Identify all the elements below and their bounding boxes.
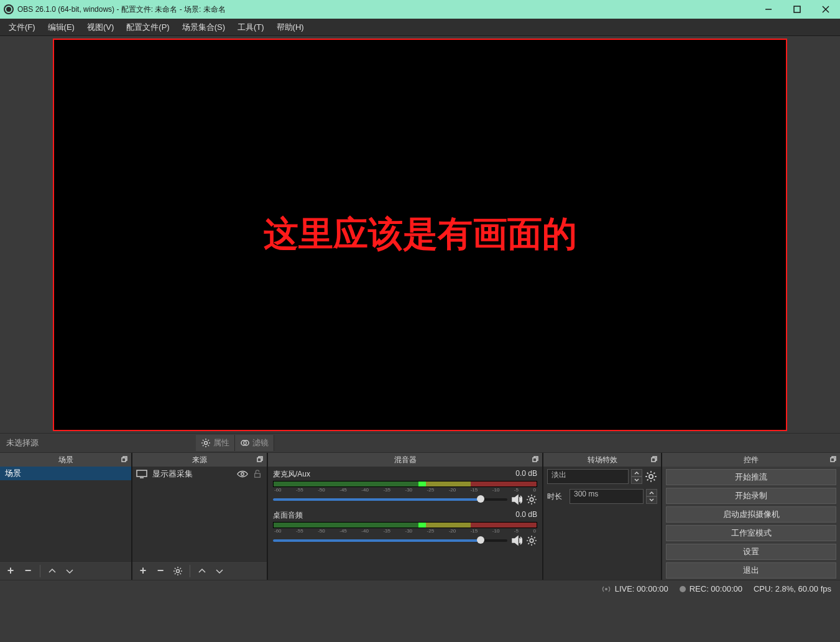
maximize-button[interactable] [783, 0, 811, 19]
menu-file[interactable]: 文件(F) [2, 19, 42, 35]
move-scene-down-button[interactable] [62, 564, 78, 579]
mixer-title: 混音器 [394, 455, 417, 465]
speaker-icon[interactable] [511, 494, 522, 505]
gear-icon[interactable] [645, 470, 657, 483]
close-button[interactable] [811, 0, 840, 19]
gear-icon[interactable] [526, 535, 537, 546]
scenes-title: 场景 [58, 455, 73, 465]
svg-rect-19 [831, 458, 834, 462]
source-properties-button[interactable] [170, 564, 186, 579]
scenes-dock: 场景 场景 + − [0, 453, 131, 580]
popout-icon[interactable] [256, 455, 264, 463]
svg-rect-1 [794, 6, 800, 12]
meter-ticks: -60-55-50-45-40-35-30-25-20-15-10-50 [273, 487, 537, 493]
exit-button[interactable]: 退出 [666, 562, 836, 579]
source-item[interactable]: 显示器采集 [132, 467, 267, 482]
menu-scene-collection[interactable]: 场景集合(S) [176, 19, 231, 35]
remove-scene-button[interactable]: − [20, 564, 36, 579]
menu-view[interactable]: 视图(V) [81, 19, 120, 35]
sources-dock-header[interactable]: 来源 [132, 453, 267, 467]
gear-icon[interactable] [526, 494, 537, 505]
cpu-status: CPU: 2.8%, 60.00 fps [754, 584, 831, 593]
duration-input[interactable]: 300 ms [570, 489, 644, 504]
scenes-dock-header[interactable]: 场景 [0, 453, 131, 467]
mixer-channel-mic: 麦克风/Aux 0.0 dB -60-55-50-45-40-35-30-25-… [268, 467, 542, 508]
properties-button[interactable]: 属性 [196, 435, 235, 451]
start-streaming-button[interactable]: 开始推流 [666, 469, 836, 485]
popout-icon[interactable] [120, 455, 129, 463]
mixer-channel-db: 0.0 dB [515, 469, 537, 480]
mixer-dock-header[interactable]: 混音器 [268, 453, 542, 467]
popout-icon[interactable] [531, 455, 540, 463]
popout-icon[interactable] [650, 455, 658, 463]
broadcast-icon [601, 584, 611, 594]
transitions-dock: 转场特效 淡出 时长 300 ms [543, 453, 661, 580]
record-indicator-icon [680, 586, 686, 592]
preview-canvas[interactable]: 这里应该是有画面的 [53, 39, 787, 431]
audio-meter [273, 481, 537, 487]
svg-point-13 [177, 569, 180, 572]
transitions-dock-header[interactable]: 转场特效 [543, 453, 661, 467]
move-source-up-button[interactable] [194, 564, 210, 579]
sources-title: 来源 [192, 455, 207, 465]
menu-help[interactable]: 帮助(H) [270, 19, 310, 35]
svg-point-18 [649, 475, 653, 478]
scene-item[interactable]: 场景 [0, 467, 131, 480]
volume-slider[interactable] [273, 535, 507, 546]
live-status: LIVE: 00:00:00 [601, 584, 668, 594]
preview-area: 这里应该是有画面的 [0, 36, 840, 433]
display-capture-icon [136, 470, 147, 478]
volume-slider[interactable] [273, 494, 507, 505]
svg-rect-9 [137, 470, 147, 477]
svg-rect-17 [652, 458, 655, 462]
minimize-button[interactable] [754, 0, 783, 19]
speaker-icon[interactable] [511, 535, 522, 546]
menu-bar: 文件(F) 编辑(E) 视图(V) 配置文件(P) 场景集合(S) 工具(T) … [0, 19, 840, 36]
svg-rect-14 [533, 458, 537, 462]
transitions-title: 转场特效 [588, 455, 617, 465]
window-titlebar: OBS 26.1.0 (64-bit, windows) - 配置文件: 未命名… [0, 0, 840, 19]
settings-button[interactable]: 设置 [666, 544, 836, 560]
meter-ticks: -60-55-50-45-40-35-30-25-20-15-10-50 [273, 528, 537, 534]
menu-edit[interactable]: 编辑(E) [42, 19, 81, 35]
add-scene-button[interactable]: + [2, 564, 19, 579]
move-source-down-button[interactable] [211, 564, 228, 579]
add-source-button[interactable]: + [135, 564, 151, 579]
svg-point-15 [530, 498, 533, 501]
audio-meter [273, 522, 537, 528]
transition-down-button[interactable] [631, 477, 642, 484]
controls-title: 控件 [744, 455, 759, 465]
mixer-channel-db: 0.0 dB [515, 510, 537, 521]
mixer-channel-name: 桌面音频 [273, 510, 303, 521]
mixer-channel-desktop: 桌面音频 0.0 dB -60-55-50-45-40-35-30-25-20-… [268, 508, 542, 549]
lock-icon[interactable] [252, 470, 263, 478]
controls-dock: 控件 开始推流 开始录制 启动虚拟摄像机 工作室模式 设置 退出 [662, 453, 840, 580]
transition-select[interactable]: 淡出 [547, 469, 629, 484]
start-virtualcam-button[interactable]: 启动虚拟摄像机 [666, 506, 836, 523]
docks-container: 场景 场景 + − 来源 显示器采集 [0, 453, 840, 580]
menu-profile[interactable]: 配置文件(P) [120, 19, 175, 35]
mixer-dock: 混音器 麦克风/Aux 0.0 dB -60-55-50-45-40-35-30… [268, 453, 542, 580]
rec-status: REC: 00:00:00 [680, 584, 742, 593]
svg-point-16 [530, 539, 533, 542]
mixer-channel-name: 麦克风/Aux [273, 469, 310, 480]
duration-down-button[interactable] [646, 496, 657, 504]
move-scene-up-button[interactable] [44, 564, 60, 579]
popout-icon[interactable] [829, 455, 838, 463]
window-title: OBS 26.1.0 (64-bit, windows) - 配置文件: 未命名… [17, 4, 226, 15]
filters-label: 滤镜 [252, 437, 269, 449]
filters-icon [240, 438, 250, 448]
menu-tools[interactable]: 工具(T) [231, 19, 270, 35]
visibility-icon[interactable] [237, 470, 248, 478]
sources-dock: 来源 显示器采集 + − [132, 453, 267, 580]
remove-source-button[interactable]: − [152, 564, 168, 579]
transition-up-button[interactable] [631, 469, 642, 477]
preview-overlay-annotation: 这里应该是有画面的 [264, 211, 577, 258]
status-bar: LIVE: 00:00:00 REC: 00:00:00 CPU: 2.8%, … [0, 580, 840, 597]
studio-mode-button[interactable]: 工作室模式 [666, 525, 836, 541]
controls-dock-header[interactable]: 控件 [662, 453, 840, 467]
duration-up-button[interactable] [646, 489, 657, 496]
start-recording-button[interactable]: 开始录制 [666, 488, 836, 504]
svg-rect-12 [255, 473, 261, 477]
filters-button[interactable]: 滤镜 [235, 435, 274, 451]
